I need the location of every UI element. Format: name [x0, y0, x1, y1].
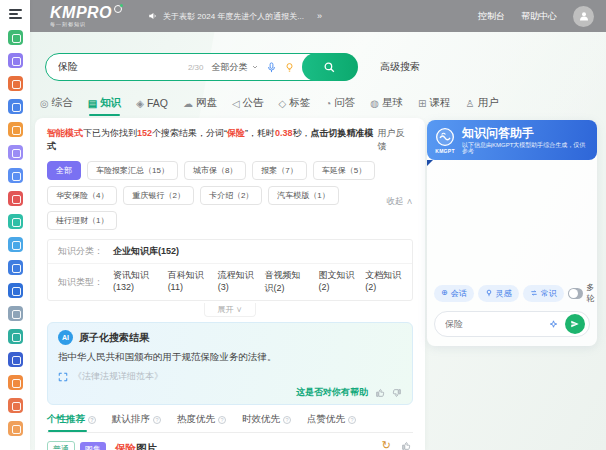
smart-mode-text: 智能模式下已为你找到152个搜索结果，分词“保险”，耗时0.38秒，点击切换精准…	[47, 127, 378, 153]
result-tab[interactable]: ◈ FAQ	[136, 96, 168, 116]
sidebar-app-icon[interactable]	[8, 421, 23, 436]
tab-label: 网盘	[196, 96, 217, 110]
filter-chip[interactable]: 车险报案汇总（15）	[87, 161, 178, 180]
result-tab[interactable]: ♙ 用户	[465, 96, 498, 116]
menu-icon[interactable]	[9, 9, 22, 19]
info-icon[interactable]: ?	[283, 416, 291, 424]
result-tab[interactable]: ⊞ 课程	[418, 96, 450, 116]
toggle-switch-icon[interactable]	[568, 288, 584, 299]
thumb-down-icon[interactable]	[392, 388, 402, 398]
filter-chips: 全部 车险报案汇总（15） 城市保（8） 报案（7） 车延保（5） 华安保险（4…	[47, 161, 413, 230]
sort-tab[interactable]: 点赞优先 ?	[307, 413, 356, 432]
result-tab[interactable]: ▤ 知识	[88, 96, 121, 116]
sidebar-app-icon[interactable]	[8, 214, 23, 229]
refresh-icon[interactable]: ↻	[382, 440, 391, 450]
ai-card-title: 原子化搜索结果	[79, 331, 149, 345]
user-feedback-link[interactable]: 用户反馈	[378, 127, 413, 153]
common-knowledge-button[interactable]: 常识	[523, 285, 564, 302]
toggle-label: 多轮	[586, 282, 598, 304]
sidebar-app-icon[interactable]	[8, 375, 23, 390]
sort-tab[interactable]: 默认排序 ?	[112, 413, 161, 432]
voice-search-button[interactable]	[266, 62, 277, 73]
filter-chip[interactable]: 卡介绍（2）	[200, 186, 262, 205]
result-tab[interactable]: ◔ 问答	[325, 96, 355, 116]
sidebar-app-icon[interactable]	[8, 237, 23, 252]
help-center-link[interactable]: 帮助中心	[521, 10, 557, 23]
logo[interactable]: KMPRO 每一刻都知识	[50, 5, 122, 27]
send-button[interactable]	[565, 314, 585, 334]
thumb-up-icon[interactable]	[401, 441, 411, 450]
search-input[interactable]	[58, 62, 188, 73]
microphone-icon	[266, 62, 277, 73]
search-button[interactable]	[302, 53, 358, 81]
user-avatar[interactable]	[573, 6, 594, 27]
sidebar-app-icon[interactable]	[8, 30, 23, 45]
info-icon[interactable]: ?	[153, 416, 161, 424]
collapse-link[interactable]: 收起 ∧	[383, 196, 413, 208]
top-header: KMPRO 每一刻都知识 关于表彰 2024 年度先进个人的通报关... » 控…	[30, 0, 606, 32]
filter-chip[interactable]: 报案（7）	[252, 161, 306, 180]
filter-chip[interactable]: 车延保（5）	[313, 161, 375, 180]
sidebar-app-icon[interactable]	[8, 99, 23, 114]
plus-circle-icon: ⊕	[441, 289, 448, 297]
inspiration-button[interactable]: 灵感	[478, 285, 519, 302]
knowledge-type-link[interactable]: 百科知识(11)	[168, 269, 208, 295]
result-title[interactable]: 保险图片	[115, 442, 157, 450]
result-tab[interactable]: ◎ 综合	[40, 96, 73, 116]
sidebar-app-icon[interactable]	[8, 352, 23, 367]
sidebar-app-icon[interactable]	[8, 145, 23, 160]
filter-chip[interactable]: 华安保险（4）	[47, 186, 117, 205]
sidebar-app-icon[interactable]	[8, 76, 23, 91]
console-link[interactable]: 控制台	[478, 10, 505, 23]
filter-chip[interactable]: 全部	[47, 161, 81, 180]
advanced-search-link[interactable]: 高级搜索	[380, 60, 420, 74]
filter-chip[interactable]: 城市保（8）	[184, 161, 246, 180]
info-icon[interactable]: ?	[218, 416, 226, 424]
sidebar-app-icon[interactable]	[8, 53, 23, 68]
thumb-up-icon[interactable]	[375, 388, 385, 398]
category-dropdown[interactable]: 全部分类	[212, 61, 259, 74]
knowledge-type-link[interactable]: 文档知识(2)	[365, 269, 402, 295]
sidebar-app-icon[interactable]	[8, 398, 23, 413]
filter-chip[interactable]: 桂行理财（1）	[47, 211, 117, 230]
sidebar-app-icon[interactable]	[8, 122, 23, 137]
announcement-bar[interactable]: 关于表彰 2024 年度先进个人的通报关... »	[148, 11, 322, 22]
ai-badge-icon: AI	[58, 330, 73, 345]
result-tab[interactable]: ◁ 公告	[232, 96, 264, 116]
sidebar-app-icon[interactable]	[8, 168, 23, 183]
info-icon[interactable]: ?	[88, 416, 96, 424]
filter-chip[interactable]: 重庆银行（2）	[123, 186, 193, 205]
assistant-input[interactable]	[445, 319, 542, 329]
expand-button[interactable]: 展开 ∨	[204, 303, 256, 317]
new-chat-button[interactable]: ⊕ 会话	[434, 285, 474, 302]
knowledge-type-link[interactable]: 图文知识(2)	[318, 269, 355, 295]
lightbulb-icon	[485, 289, 493, 297]
announcement-more[interactable]: »	[317, 11, 322, 21]
filter-chip[interactable]: 汽车模版（1）	[268, 186, 338, 205]
knowledge-type-link[interactable]: 音视频知识(2)	[265, 269, 309, 295]
kmgpt-logo: KMGPT	[435, 127, 455, 154]
sidebar-app-icon[interactable]	[8, 191, 23, 206]
result-tab[interactable]: ◇ 标签	[279, 96, 311, 116]
sort-tab[interactable]: 热度优先 ?	[177, 413, 226, 432]
knowledge-base-link[interactable]: 企业知识库(152)	[113, 245, 179, 258]
smart-tip-button[interactable]	[284, 62, 295, 73]
tab-label: 用户	[477, 96, 498, 110]
result-tab[interactable]: ◍ 星球	[370, 96, 403, 116]
sidebar-app-icon[interactable]	[8, 260, 23, 275]
search-icon	[323, 61, 336, 74]
clear-sparkle-icon[interactable]	[548, 319, 559, 330]
sidebar-app-icon[interactable]	[8, 329, 23, 344]
tab-label: 综合	[52, 96, 73, 110]
sort-tab[interactable]: 时效优先 ?	[242, 413, 291, 432]
knowledge-type-link[interactable]: 资讯知识(132)	[113, 269, 158, 295]
info-icon[interactable]: ?	[348, 416, 356, 424]
knowledge-type-link[interactable]: 流程知识(3)	[218, 269, 255, 295]
multi-turn-toggle[interactable]: 多轮	[568, 282, 599, 304]
sort-tab-label: 时效优先	[242, 413, 280, 426]
sort-tab[interactable]: 个性推荐 ?	[47, 413, 96, 432]
sidebar-app-icon[interactable]	[8, 306, 23, 321]
ai-source-link[interactable]: 《法律法规详细范本》	[58, 370, 402, 383]
result-tab[interactable]: ☁ 网盘	[183, 96, 217, 116]
sidebar-app-icon[interactable]	[8, 283, 23, 298]
